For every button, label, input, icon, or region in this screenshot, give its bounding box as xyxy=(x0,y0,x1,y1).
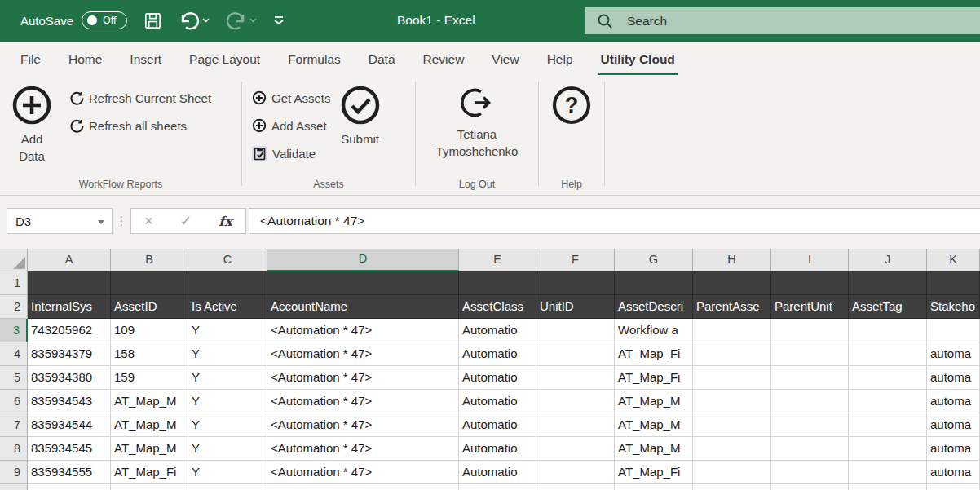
validate-button[interactable]: Validate xyxy=(252,143,331,163)
cell-B5[interactable]: 159 xyxy=(111,366,188,390)
cell-K9[interactable]: automa xyxy=(927,461,980,484)
formula-input[interactable]: <Automation * 47> xyxy=(249,208,980,234)
cell-D5[interactable]: <Automation * 47> xyxy=(267,366,459,390)
cell-D8[interactable]: <Automation * 47> xyxy=(267,437,459,461)
cell-D1[interactable] xyxy=(267,271,459,295)
cell-F3[interactable] xyxy=(536,319,615,342)
help-button[interactable]: ? xyxy=(550,77,593,195)
cell-G2[interactable]: AssetDescri xyxy=(615,295,693,319)
tab-page-layout[interactable]: Page Layout xyxy=(175,42,274,77)
column-header-G[interactable]: G xyxy=(615,249,693,271)
cell-B4[interactable]: 158 xyxy=(111,342,188,366)
cell-G3[interactable]: Workflow a xyxy=(615,319,693,342)
column-header-A[interactable]: A xyxy=(28,249,111,271)
cell-K3[interactable] xyxy=(927,319,980,342)
cell-C6[interactable]: Y xyxy=(188,390,267,413)
cell-B2[interactable]: AssetID xyxy=(111,295,188,319)
cell-C5[interactable]: Y xyxy=(188,366,267,390)
cell-G9[interactable]: AT_Map_Fi xyxy=(615,461,693,484)
cell-D9[interactable]: <Automation * 47> xyxy=(267,461,459,484)
tab-review[interactable]: Review xyxy=(409,42,479,77)
cell-E4[interactable]: Automatio xyxy=(459,342,536,366)
cell-G5[interactable]: AT_Map_Fi xyxy=(615,366,693,390)
cell-C9[interactable]: Y xyxy=(188,461,267,484)
cell-B10[interactable] xyxy=(111,484,188,490)
enter-icon[interactable]: ✓ xyxy=(180,212,192,230)
cell-H6[interactable] xyxy=(693,390,771,413)
cell-D6[interactable]: <Automation * 47> xyxy=(267,390,459,413)
cell-A8[interactable]: 835934545 xyxy=(28,437,111,461)
tab-insert[interactable]: Insert xyxy=(116,42,175,77)
cell-A5[interactable]: 835934380 xyxy=(28,366,111,390)
cell-I8[interactable] xyxy=(771,437,849,461)
cell-J7[interactable] xyxy=(849,413,927,437)
insert-function-icon[interactable]: fx xyxy=(219,214,232,229)
cell-H3[interactable] xyxy=(693,319,771,342)
cell-J6[interactable] xyxy=(849,390,927,413)
cell-C1[interactable] xyxy=(188,271,267,295)
cell-D4[interactable]: <Automation * 47> xyxy=(267,342,459,366)
cell-I1[interactable] xyxy=(771,271,849,295)
cell-K6[interactable]: automa xyxy=(927,390,980,413)
search-input[interactable]: Search xyxy=(585,7,980,34)
row-header-1[interactable]: 1 xyxy=(0,271,28,295)
row-header-7[interactable]: 7 xyxy=(0,413,28,437)
customize-quick-access-button[interactable] xyxy=(273,15,285,25)
save-button[interactable] xyxy=(143,11,162,30)
cell-E5[interactable]: Automatio xyxy=(459,366,536,390)
cell-C7[interactable]: Y xyxy=(188,413,267,437)
row-header-5[interactable]: 5 xyxy=(0,366,28,390)
cell-G6[interactable]: AT_Map_M xyxy=(615,390,693,413)
redo-button[interactable] xyxy=(226,11,257,30)
cell-H4[interactable] xyxy=(693,342,771,366)
refresh-current-sheet-button[interactable]: Refresh Current Sheet xyxy=(70,88,211,108)
cell-G1[interactable] xyxy=(615,271,693,295)
cell-H7[interactable] xyxy=(693,413,771,437)
row-header-2[interactable]: 2 xyxy=(0,295,28,319)
cell-I6[interactable] xyxy=(771,390,849,413)
cell-D7[interactable]: <Automation * 47> xyxy=(267,413,459,437)
tab-view[interactable]: View xyxy=(478,42,532,77)
cell-K8[interactable]: automa xyxy=(927,437,980,461)
column-header-K[interactable]: K xyxy=(927,249,980,271)
cell-A4[interactable]: 835934379 xyxy=(28,342,111,366)
cell-E3[interactable]: Automatio xyxy=(459,319,536,342)
name-box[interactable]: D3 xyxy=(7,208,113,234)
cell-C4[interactable]: Y xyxy=(188,342,267,366)
tab-help[interactable]: Help xyxy=(533,42,587,77)
cell-I3[interactable] xyxy=(771,319,849,342)
cell-K2[interactable]: Stakeho xyxy=(927,295,980,319)
cell-F1[interactable] xyxy=(536,271,615,295)
cell-E2[interactable]: AssetClass xyxy=(459,295,536,319)
cell-G7[interactable]: AT_Map_M xyxy=(615,413,693,437)
cell-J2[interactable]: AssetTag xyxy=(849,295,927,319)
autosave-toggle[interactable]: Off xyxy=(82,11,127,29)
cell-K10[interactable] xyxy=(927,484,980,490)
cell-G10[interactable] xyxy=(615,484,693,490)
cell-B1[interactable] xyxy=(111,271,188,295)
cell-A1[interactable] xyxy=(28,271,111,295)
column-header-D[interactable]: D xyxy=(267,249,459,271)
row-header-4[interactable]: 4 xyxy=(0,342,28,366)
cell-D2[interactable]: AccountName xyxy=(267,295,459,319)
cell-F7[interactable] xyxy=(536,413,615,437)
cell-H5[interactable] xyxy=(693,366,771,390)
refresh-all-sheets-button[interactable]: Refresh all sheets xyxy=(70,116,211,135)
cell-A10[interactable] xyxy=(28,484,111,490)
row-header-6[interactable]: 6 xyxy=(0,390,28,413)
cell-F2[interactable]: UnitID xyxy=(536,295,615,319)
cell-E10[interactable] xyxy=(459,484,536,490)
add-data-button[interactable]: Add Data xyxy=(0,77,64,195)
column-header-B[interactable]: B xyxy=(111,249,188,271)
cell-I5[interactable] xyxy=(771,366,849,390)
cell-J1[interactable] xyxy=(849,271,927,295)
cell-I4[interactable] xyxy=(771,342,849,366)
cell-F10[interactable] xyxy=(536,484,615,490)
select-all-corner[interactable] xyxy=(0,249,28,271)
cell-I2[interactable]: ParentUnit xyxy=(771,295,849,319)
row-header-10[interactable] xyxy=(0,484,28,490)
cell-H10[interactable] xyxy=(693,484,771,490)
cell-H1[interactable] xyxy=(693,271,771,295)
cell-A2[interactable]: InternalSys xyxy=(28,295,111,319)
cell-E1[interactable] xyxy=(459,271,536,295)
